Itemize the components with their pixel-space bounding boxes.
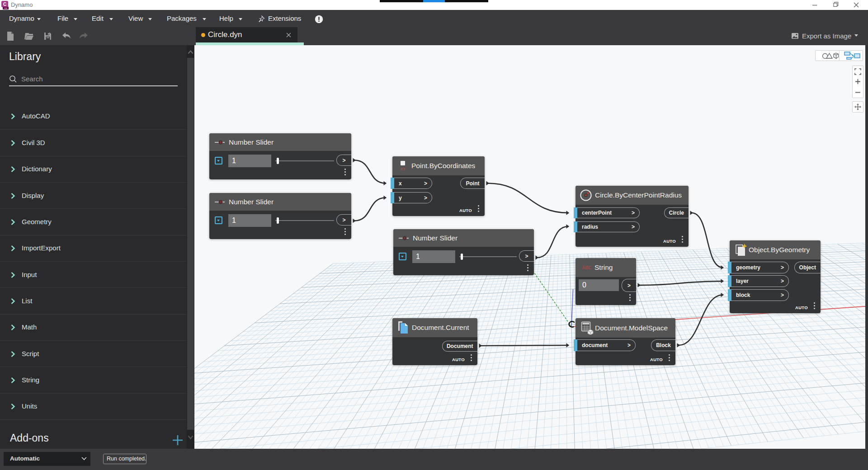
- svg-text:ABC: ABC: [582, 265, 592, 270]
- svg-text:XY: XY: [400, 167, 406, 171]
- svg-text:C3D: C3D: [4, 8, 8, 9]
- svg-text:C: C: [3, 2, 6, 7]
